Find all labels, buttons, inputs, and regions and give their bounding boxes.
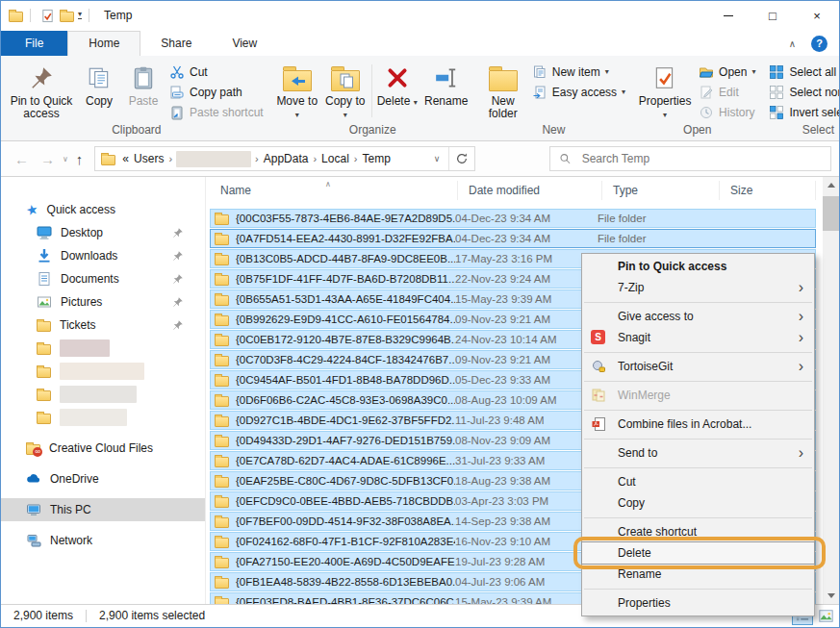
menu-item-create-shortcut[interactable]: Create shortcut: [582, 521, 814, 542]
breadcrumb-segment-temp[interactable]: Temp: [357, 152, 395, 165]
menu-item-give-access-to[interactable]: Give access to›: [582, 306, 814, 327]
menu-item-properties[interactable]: Properties: [582, 592, 814, 614]
menu-item-send-to[interactable]: Send to›: [582, 442, 814, 464]
scroll-down-arrow[interactable]: [823, 588, 839, 604]
menu-item-7-zip[interactable]: 7-Zip›: [582, 277, 814, 298]
rename-button[interactable]: Rename: [420, 59, 472, 123]
recent-locations-dropdown[interactable]: ∨: [61, 155, 70, 163]
file-date-modified: 22-Nov-23 9:24 AM: [455, 273, 598, 285]
breadcrumb[interactable]: « Users››AppData›Local›Temp ∨: [94, 146, 475, 171]
menu-item-label: WinMerge: [618, 389, 671, 402]
select-none-button[interactable]: Select none: [765, 82, 840, 102]
sidebar-item-desktop[interactable]: Desktop: [1, 221, 205, 244]
pin-icon: [172, 296, 184, 308]
invert-selection-button[interactable]: Invert selection: [765, 102, 840, 122]
breadcrumb-segment-local[interactable]: Local: [317, 152, 354, 165]
sidebar-item-this-pc[interactable]: This PC: [1, 498, 205, 521]
copy-path-button[interactable]: Copy path: [165, 82, 267, 102]
column-header-type[interactable]: Type: [602, 181, 720, 200]
app-folder-icon: [9, 12, 23, 22]
menu-item-combine-files-in-acrobat[interactable]: Combine files in Acrobat...: [582, 414, 814, 435]
paste-button[interactable]: Paste: [121, 59, 165, 123]
properties-icon: [652, 61, 677, 95]
tab-share[interactable]: Share: [140, 31, 212, 56]
column-header-date-modified[interactable]: Date modified: [458, 181, 602, 200]
sidebar-item-redacted[interactable]: [1, 337, 205, 360]
tab-file[interactable]: File: [1, 31, 67, 56]
cut-button[interactable]: Cut: [165, 62, 267, 82]
menu-item-snagit[interactable]: SSnagit›: [582, 327, 814, 348]
sidebar-item-downloads[interactable]: Downloads: [1, 244, 205, 267]
collapse-ribbon-icon[interactable]: ∧: [789, 38, 796, 49]
tab-home[interactable]: Home: [67, 31, 140, 56]
history-button[interactable]: History: [695, 102, 759, 122]
paste-shortcut-button[interactable]: Paste shortcut: [165, 102, 267, 122]
open-button[interactable]: Open ▾: [695, 62, 759, 82]
copy-to-button[interactable]: Copy to ▾: [321, 59, 369, 123]
maximize-button[interactable]: □: [751, 1, 795, 30]
menu-item-pin-to-quick-access[interactable]: Pin to Quick access: [582, 256, 814, 277]
close-button[interactable]: ×: [795, 1, 839, 30]
move-to-button[interactable]: Move to ▾: [273, 59, 321, 123]
delete-button[interactable]: Delete ▾: [374, 59, 420, 123]
new-item-button[interactable]: New item ▾: [528, 62, 629, 82]
sidebar-item-quick-access[interactable]: ★Quick access: [1, 198, 205, 221]
column-header-size[interactable]: Size: [720, 181, 816, 200]
pin-icon: [172, 250, 184, 262]
tab-view[interactable]: View: [212, 31, 277, 56]
breadcrumb-chevron-icon[interactable]: ›: [168, 153, 172, 164]
folder-icon: [215, 437, 229, 447]
sidebar-item-redacted[interactable]: [1, 360, 205, 383]
search-box[interactable]: [549, 146, 831, 171]
sidebar-item-network[interactable]: Network: [1, 529, 205, 552]
column-header-name[interactable]: Name ∧: [210, 181, 458, 200]
scroll-up-arrow[interactable]: [823, 177, 839, 193]
back-button[interactable]: ←: [9, 151, 35, 167]
sidebar-item-documents[interactable]: Documents: [1, 267, 205, 290]
search-input[interactable]: [580, 151, 822, 166]
breadcrumb-segment-users[interactable]: Users: [129, 152, 168, 165]
file-date-modified: 15-May-23 9:39 AM: [455, 293, 598, 305]
refresh-button[interactable]: [448, 147, 474, 170]
properties-button[interactable]: Properties▾: [635, 59, 695, 123]
up-button[interactable]: ↑: [70, 151, 89, 167]
qat-new-folder-button[interactable]: [57, 5, 76, 26]
file-name: {0FE03ED8-BAED-4BB1-8E36-37DC6C06C...: [215, 595, 455, 604]
menu-item-tortoisegit[interactable]: TortoiseGit›: [582, 356, 814, 377]
sidebar-item-label: OneDrive: [50, 472, 99, 486]
copy-button[interactable]: Copy: [77, 59, 121, 123]
menu-item-cut[interactable]: Cut: [582, 471, 814, 492]
sidebar-item-label: Downloads: [61, 249, 117, 263]
help-button[interactable]: ?: [811, 36, 827, 52]
thumbnail-view-button[interactable]: [815, 606, 836, 625]
dropdown-caret-icon: ▾: [622, 88, 625, 96]
menu-item-delete[interactable]: Delete: [582, 542, 814, 564]
redacted-username: [176, 151, 251, 167]
menu-item-copy[interactable]: Copy: [582, 492, 814, 514]
sidebar-item-onedrive[interactable]: OneDrive: [1, 467, 205, 490]
vertical-scrollbar[interactable]: [823, 177, 839, 604]
new-folder-button[interactable]: New folder: [478, 59, 528, 123]
easy-access-button[interactable]: Easy access ▾: [528, 82, 629, 102]
qat-properties-button[interactable]: [38, 5, 57, 26]
forward-button[interactable]: →: [35, 151, 61, 167]
minimize-button[interactable]: [706, 1, 751, 30]
pin-to-quick-access-button[interactable]: Pin to Quick access: [6, 59, 77, 123]
breadcrumb-segment-appdata[interactable]: AppData: [259, 152, 314, 165]
select-all-button[interactable]: Select all: [765, 62, 840, 82]
address-dropdown-icon[interactable]: ∨: [425, 154, 449, 163]
menu-item-winmerge[interactable]: WinMerge: [582, 385, 814, 406]
sidebar-item-redacted[interactable]: [1, 406, 205, 429]
file-row[interactable]: {00C03F55-7873-4EB6-84AE-9E7A2D89D5...04…: [210, 209, 816, 228]
edit-button[interactable]: Edit: [695, 82, 759, 102]
file-name: {0B13C0B5-ADCD-44B7-8FA9-9DC8EE0B...: [215, 252, 455, 265]
sidebar-item-pictures[interactable]: Pictures: [1, 290, 205, 314]
sidebar-item-redacted[interactable]: [1, 383, 205, 406]
scrollbar-thumb[interactable]: [823, 196, 839, 231]
submenu-arrow-icon: ›: [799, 328, 803, 347]
sidebar-item-creative-cloud-files[interactable]: ∞Creative Cloud Files: [1, 437, 205, 460]
sidebar-item-tickets[interactable]: Tickets: [1, 314, 205, 337]
menu-item-rename[interactable]: Rename: [582, 564, 814, 585]
qat-customize-dropdown[interactable]: ▾: [78, 12, 82, 19]
file-row[interactable]: {0A7FD514-EEA2-4430-8991-D32FE92FBA...04…: [210, 229, 816, 248]
